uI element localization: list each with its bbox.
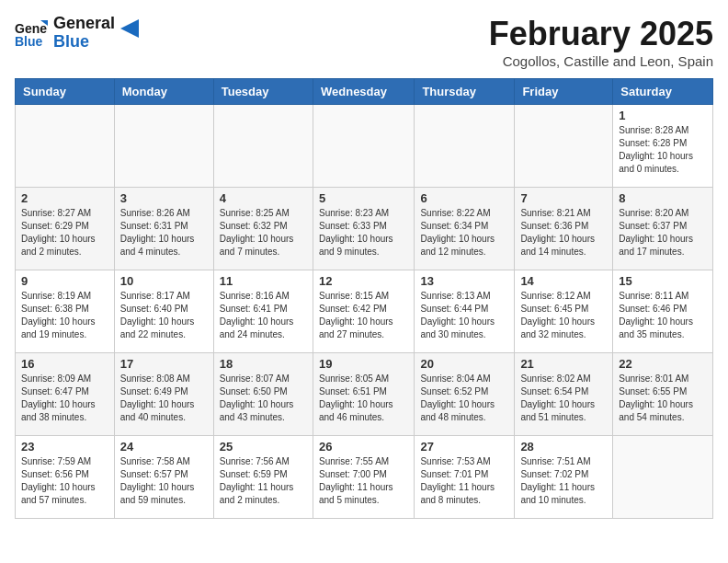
calendar-cell: 11Sunrise: 8:16 AM Sunset: 6:41 PM Dayli… [213, 270, 313, 353]
weekday-header-saturday: Saturday [613, 79, 713, 105]
weekday-header-friday: Friday [515, 79, 613, 105]
day-info: Sunrise: 7:59 AM Sunset: 6:56 PM Dayligh… [21, 455, 108, 507]
calendar-week-row: 16Sunrise: 8:09 AM Sunset: 6:47 PM Dayli… [16, 353, 713, 436]
day-number: 2 [21, 191, 108, 205]
day-info: Sunrise: 8:08 AM Sunset: 6:49 PM Dayligh… [120, 373, 208, 424]
day-info: Sunrise: 7:55 AM Sunset: 7:00 PM Dayligh… [319, 455, 408, 507]
calendar-cell: 14Sunrise: 8:12 AM Sunset: 6:45 PM Dayli… [515, 270, 613, 353]
day-number: 20 [420, 357, 508, 371]
day-info: Sunrise: 7:58 AM Sunset: 6:57 PM Dayligh… [120, 455, 208, 507]
day-number: 6 [420, 191, 508, 205]
calendar-cell: 26Sunrise: 7:55 AM Sunset: 7:00 PM Dayli… [313, 436, 414, 519]
calendar-cell [515, 105, 613, 188]
calendar-cell: 27Sunrise: 7:53 AM Sunset: 7:01 PM Dayli… [415, 436, 515, 519]
calendar-cell: 21Sunrise: 8:02 AM Sunset: 6:54 PM Dayli… [515, 353, 613, 436]
day-info: Sunrise: 8:22 AM Sunset: 6:34 PM Dayligh… [420, 207, 508, 259]
calendar-cell: 8Sunrise: 8:20 AM Sunset: 6:37 PM Daylig… [613, 188, 713, 270]
weekday-header-thursday: Thursday [415, 79, 515, 105]
calendar-cell: 7Sunrise: 8:21 AM Sunset: 6:36 PM Daylig… [515, 188, 613, 270]
day-number: 11 [220, 274, 307, 288]
logo-wing-icon [120, 16, 139, 41]
day-number: 28 [520, 440, 607, 454]
day-info: Sunrise: 8:26 AM Sunset: 6:31 PM Dayligh… [120, 207, 208, 259]
svg-text:Blue: Blue [15, 34, 43, 49]
calendar-cell: 5Sunrise: 8:23 AM Sunset: 6:33 PM Daylig… [313, 188, 414, 270]
calendar-cell [613, 436, 713, 519]
day-info: Sunrise: 8:12 AM Sunset: 6:45 PM Dayligh… [520, 290, 607, 341]
day-number: 17 [120, 357, 208, 371]
calendar-cell: 16Sunrise: 8:09 AM Sunset: 6:47 PM Dayli… [16, 353, 115, 436]
day-number: 25 [220, 440, 307, 454]
day-number: 8 [619, 191, 707, 205]
calendar-cell: 3Sunrise: 8:26 AM Sunset: 6:31 PM Daylig… [114, 188, 213, 270]
calendar-cell: 19Sunrise: 8:05 AM Sunset: 6:51 PM Dayli… [313, 353, 414, 436]
day-info: Sunrise: 7:51 AM Sunset: 7:02 PM Dayligh… [520, 455, 607, 507]
logo-blue: Blue [53, 33, 115, 52]
day-number: 16 [21, 357, 108, 371]
calendar-cell: 6Sunrise: 8:22 AM Sunset: 6:34 PM Daylig… [415, 188, 515, 270]
logo-general: General [53, 15, 115, 33]
logo-icon: General Blue [15, 17, 48, 50]
day-number: 22 [619, 357, 707, 371]
weekday-header-tuesday: Tuesday [213, 79, 313, 105]
title-area: February 2025 Cogollos, Castille and Leo… [489, 15, 713, 69]
calendar-cell: 28Sunrise: 7:51 AM Sunset: 7:02 PM Dayli… [515, 436, 613, 519]
calendar-cell [16, 105, 115, 188]
calendar-cell: 18Sunrise: 8:07 AM Sunset: 6:50 PM Dayli… [213, 353, 313, 436]
weekday-header-sunday: Sunday [16, 79, 115, 105]
calendar-cell: 12Sunrise: 8:15 AM Sunset: 6:42 PM Dayli… [313, 270, 414, 353]
weekday-header-row: SundayMondayTuesdayWednesdayThursdayFrid… [16, 79, 713, 105]
calendar-cell: 25Sunrise: 7:56 AM Sunset: 6:59 PM Dayli… [213, 436, 313, 519]
calendar-cell: 20Sunrise: 8:04 AM Sunset: 6:52 PM Dayli… [415, 353, 515, 436]
calendar-cell: 24Sunrise: 7:58 AM Sunset: 6:57 PM Dayli… [114, 436, 213, 519]
calendar-cell: 23Sunrise: 7:59 AM Sunset: 6:56 PM Dayli… [16, 436, 115, 519]
day-info: Sunrise: 8:27 AM Sunset: 6:29 PM Dayligh… [21, 207, 108, 259]
day-number: 9 [21, 274, 108, 288]
day-info: Sunrise: 8:01 AM Sunset: 6:55 PM Dayligh… [619, 373, 707, 424]
day-number: 18 [220, 357, 307, 371]
day-info: Sunrise: 8:25 AM Sunset: 6:32 PM Dayligh… [220, 207, 307, 259]
day-info: Sunrise: 8:16 AM Sunset: 6:41 PM Dayligh… [220, 290, 307, 341]
day-info: Sunrise: 8:28 AM Sunset: 6:28 PM Dayligh… [619, 124, 707, 176]
calendar-cell: 17Sunrise: 8:08 AM Sunset: 6:49 PM Dayli… [114, 353, 213, 436]
day-info: Sunrise: 8:21 AM Sunset: 6:36 PM Dayligh… [520, 207, 607, 259]
calendar-cell: 22Sunrise: 8:01 AM Sunset: 6:55 PM Dayli… [613, 353, 713, 436]
day-info: Sunrise: 8:05 AM Sunset: 6:51 PM Dayligh… [319, 373, 408, 424]
day-number: 5 [319, 191, 408, 205]
day-info: Sunrise: 8:07 AM Sunset: 6:50 PM Dayligh… [220, 373, 307, 424]
calendar-week-row: 9Sunrise: 8:19 AM Sunset: 6:38 PM Daylig… [16, 270, 713, 353]
calendar-cell [415, 105, 515, 188]
day-number: 15 [619, 274, 707, 288]
weekday-header-wednesday: Wednesday [313, 79, 414, 105]
day-number: 3 [120, 191, 208, 205]
day-number: 1 [619, 109, 707, 122]
day-info: Sunrise: 8:09 AM Sunset: 6:47 PM Dayligh… [21, 373, 108, 424]
day-number: 23 [21, 440, 108, 454]
calendar-cell: 1Sunrise: 8:28 AM Sunset: 6:28 PM Daylig… [613, 105, 713, 188]
day-info: Sunrise: 7:53 AM Sunset: 7:01 PM Dayligh… [420, 455, 508, 507]
calendar-cell: 13Sunrise: 8:13 AM Sunset: 6:44 PM Dayli… [415, 270, 515, 353]
day-number: 24 [120, 440, 208, 454]
day-info: Sunrise: 8:11 AM Sunset: 6:46 PM Dayligh… [619, 290, 707, 341]
calendar-cell: 2Sunrise: 8:27 AM Sunset: 6:29 PM Daylig… [16, 188, 115, 270]
day-number: 4 [220, 191, 307, 205]
calendar-cell: 15Sunrise: 8:11 AM Sunset: 6:46 PM Dayli… [613, 270, 713, 353]
calendar-week-row: 1Sunrise: 8:28 AM Sunset: 6:28 PM Daylig… [16, 105, 713, 188]
day-info: Sunrise: 8:04 AM Sunset: 6:52 PM Dayligh… [420, 373, 508, 424]
header: General Blue General Blue February 2025 … [15, 15, 713, 69]
day-info: Sunrise: 8:17 AM Sunset: 6:40 PM Dayligh… [120, 290, 208, 341]
day-number: 13 [420, 274, 508, 288]
day-info: Sunrise: 8:02 AM Sunset: 6:54 PM Dayligh… [520, 373, 607, 424]
day-info: Sunrise: 7:56 AM Sunset: 6:59 PM Dayligh… [220, 455, 307, 507]
calendar-table: SundayMondayTuesdayWednesdayThursdayFrid… [15, 78, 713, 519]
day-info: Sunrise: 8:23 AM Sunset: 6:33 PM Dayligh… [319, 207, 408, 259]
day-number: 19 [319, 357, 408, 371]
day-info: Sunrise: 8:15 AM Sunset: 6:42 PM Dayligh… [319, 290, 408, 341]
calendar-cell [313, 105, 414, 188]
day-number: 27 [420, 440, 508, 454]
calendar-cell: 10Sunrise: 8:17 AM Sunset: 6:40 PM Dayli… [114, 270, 213, 353]
day-number: 10 [120, 274, 208, 288]
calendar-week-row: 2Sunrise: 8:27 AM Sunset: 6:29 PM Daylig… [16, 188, 713, 270]
weekday-header-monday: Monday [114, 79, 213, 105]
day-info: Sunrise: 8:20 AM Sunset: 6:37 PM Dayligh… [619, 207, 707, 259]
